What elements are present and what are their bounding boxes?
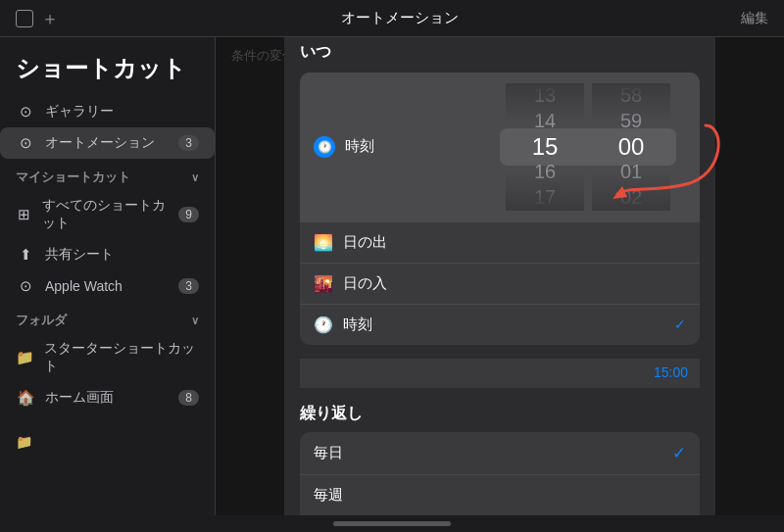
allshortcuts-badge: 9 [178,207,199,222]
minute-02: 02 [592,185,670,211]
checkmark-time2: ✓ [674,316,686,332]
minute-01: 01 [592,160,670,185]
myshortcuts-section: マイショートカット ∨ [0,159,215,190]
time-type-sunrise-label: 日の出 [343,233,387,252]
applewatch-icon: ⊙ [16,277,35,295]
sidebar-item-gallery[interactable]: ⊙ ギャラリー [0,96,215,127]
time-display: 15:00 [300,359,700,388]
repeat-weekly-label: 毎週 [314,486,343,505]
automation-modal: 〈 戻る 新規オートメーション 次へ いつ 🕐 時刻 [284,37,715,515]
folder-section: フォルダ ∨ [0,302,215,333]
sidebar-item-shared[interactable]: ⬆ 共有シート [0,239,215,270]
time-type-time2[interactable]: 🕐 時刻 ✓ [300,305,700,345]
hour-13: 13 [506,83,584,109]
add-icon[interactable]: ＋ [41,7,59,30]
sunset-icon: 🌇 [314,274,333,293]
repeat-daily[interactable]: 毎日 ✓ [300,432,700,475]
time-type-time[interactable]: 🕐 時刻 13 [300,73,700,222]
edit-button[interactable]: 編集 [741,10,768,27]
top-bar: ＋ オートメーション 編集 [0,0,784,37]
time-type-sunset-label: 日の入 [343,274,387,293]
folder-label: フォルダ [16,312,67,329]
minute-picker[interactable]: 58 59 00 01 02 [592,83,670,211]
time-type-list: 🕐 時刻 13 [300,73,700,345]
sidebar-toggle-icon[interactable] [16,10,33,27]
sidebar-item-automation-label: オートメーション [45,134,155,152]
time-type-sunset[interactable]: 🌇 日の入 [300,264,700,305]
page-title: オートメーション [341,9,459,27]
sidebar-item-starter-label: スターターショートカット [44,340,199,375]
hour-picker[interactable]: 13 14 15 16 17 [506,83,584,211]
content-area: 条件の変化に対してデバイスを反応させます。 〈 戻る 新規オートメーション 次へ… [216,37,784,515]
time2-icon: 🕐 [314,315,333,334]
when-label: いつ [300,42,700,63]
home-indicator-area [0,515,784,532]
sunrise-icon: 🌅 [314,233,333,252]
hour-16: 16 [506,160,584,185]
shared-icon: ⬆ [16,246,35,264]
minute-00: 00 [592,134,670,160]
modal-body: いつ 🕐 時刻 [284,37,715,515]
hour-14: 14 [506,109,584,134]
repeat-weekly[interactable]: 毎週 [300,475,700,516]
automation-icon: ⊙ [16,134,35,152]
repeat-label: 繰り返し [300,404,700,424]
myshortcuts-chevron-icon[interactable]: ∨ [191,171,199,184]
time-type-sunrise[interactable]: 🌅 日の出 [300,222,700,264]
repeat-section: 繰り返し 毎日 ✓ 毎週 毎月 [300,404,700,516]
gallery-icon: ⊙ [16,103,35,121]
sidebar-item-gallery-label: ギャラリー [45,103,114,121]
repeat-daily-label: 毎日 [314,444,343,462]
minute-59: 59 [592,109,670,134]
home-icon: 🏠 [16,389,35,407]
daily-checkmark-icon: ✓ [672,443,686,463]
hour-17: 17 [506,185,584,211]
sidebar-item-starter[interactable]: 📁 スターターショートカット [0,333,215,382]
myshortcuts-label: マイショートカット [16,169,130,186]
home-indicator [333,521,451,526]
sidebar-item-automation[interactable]: ⊙ オートメーション 3 [0,127,215,159]
automation-badge: 3 [178,135,199,151]
allshortcuts-icon: ⊞ [16,206,32,223]
sidebar-item-allshortcuts[interactable]: ⊞ すべてのショートカット 9 [0,190,215,239]
applewatch-badge: 3 [178,278,199,294]
home-badge: 8 [178,390,199,406]
top-bar-left: ＋ [16,7,59,30]
sidebar-item-home-label: ホーム画面 [45,389,114,407]
sidebar-item-applewatch[interactable]: ⊙ Apple Watch 3 [0,270,215,302]
new-folder-button[interactable]: 📁 [16,427,200,457]
repeat-list: 毎日 ✓ 毎週 毎月 [300,432,700,516]
folder-icon: 📁 [16,349,34,366]
sidebar: ショートカット ⊙ ギャラリー ⊙ オートメーション 3 マイショートカット ∨… [0,37,216,515]
sidebar-item-allshortcuts-label: すべてのショートカット [42,197,170,232]
new-folder-icon: 📁 [16,434,32,450]
folder-chevron-icon[interactable]: ∨ [191,314,199,327]
minute-58: 58 [592,83,670,109]
time-type-time2-label: 時刻 [343,315,372,334]
sidebar-item-applewatch-label: Apple Watch [45,278,122,294]
main-layout: ショートカット ⊙ ギャラリー ⊙ オートメーション 3 マイショートカット ∨… [0,37,784,515]
hour-15: 15 [506,134,584,160]
sidebar-bottom: 📁 [0,427,216,457]
sidebar-item-shared-label: 共有シート [45,246,114,264]
sidebar-item-home[interactable]: 🏠 ホーム画面 8 [0,382,215,413]
time-type-time-label: 時刻 [345,137,374,156]
modal-overlay: 〈 戻る 新規オートメーション 次へ いつ 🕐 時刻 [216,37,784,515]
app-title: ショートカット [0,45,215,96]
clock-icon: 🕐 [314,136,335,158]
